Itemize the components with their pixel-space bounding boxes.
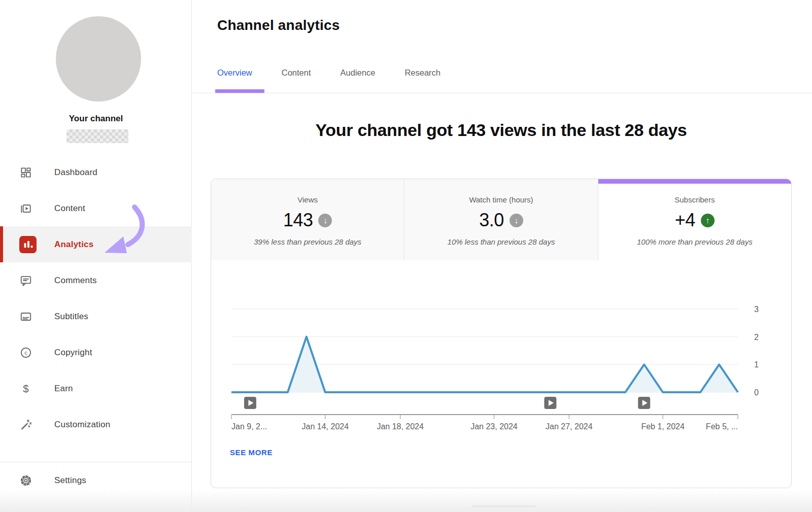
sidebar-item-comments[interactable]: Comments [0, 262, 192, 298]
stat-label: Views [211, 195, 404, 204]
your-channel-label: Your channel [0, 114, 192, 124]
sidebar-item-label: Earn [54, 384, 73, 394]
svg-text:Feb 5, ...: Feb 5, ... [706, 422, 738, 431]
sidebar: Your channel Dashboard Content Analytics [0, 0, 192, 512]
settings-icon [19, 474, 40, 487]
stat-value: 143 [283, 210, 313, 231]
stat-tab-watch-time[interactable]: Watch time (hours) 3.0 ↓ 10% less than p… [404, 179, 598, 260]
active-tab-underline [215, 89, 264, 93]
sidebar-item-label: Customization [54, 420, 110, 430]
sidebar-item-label: Settings [54, 475, 86, 486]
subtitles-icon [19, 310, 40, 323]
earn-icon: $ [19, 382, 40, 395]
stat-value: 3.0 [479, 210, 504, 231]
sidebar-item-label: Analytics [54, 240, 93, 250]
next-card-edge [472, 505, 536, 507]
analytics-icon [19, 236, 40, 253]
stat-label: Subscribers [598, 195, 791, 204]
sidebar-item-label: Content [54, 203, 85, 214]
svg-text:$: $ [23, 383, 29, 394]
svg-text:Jan 27, 2024: Jan 27, 2024 [546, 422, 593, 431]
sidebar-item-label: Copyright [54, 348, 92, 358]
analytics-tabs: Overview Content Audience Research [217, 68, 441, 78]
channel-avatar[interactable] [56, 16, 141, 101]
svg-text:Feb 1, 2024: Feb 1, 2024 [641, 422, 685, 431]
sidebar-item-label: Comments [54, 276, 97, 286]
stat-label: Watch time (hours) [404, 195, 597, 204]
svg-text:Jan 18, 2024: Jan 18, 2024 [377, 422, 424, 431]
tab-overview[interactable]: Overview [217, 68, 252, 78]
sidebar-item-subtitles[interactable]: Subtitles [0, 298, 192, 334]
tab-content[interactable]: Content [282, 68, 311, 78]
subscribers-line-chart[interactable]: 0123Jan 9, 2...Jan 14, 2024Jan 18, 2024J… [211, 260, 791, 458]
sidebar-item-customization[interactable]: Customization [0, 406, 192, 442]
sidebar-item-label: Dashboard [54, 167, 97, 178]
svg-text:0: 0 [754, 388, 759, 397]
svg-text:Jan 14, 2024: Jan 14, 2024 [302, 422, 349, 431]
copyright-icon: c [19, 346, 40, 359]
youtube-studio-analytics-page: Your channel Dashboard Content Analytics [0, 0, 812, 512]
analytics-overview-card: Views 143 ↓ 39% less than previous 28 da… [211, 179, 792, 488]
trend-down-badge: ↓ [510, 214, 523, 227]
sidebar-menu: Dashboard Content Analytics Comments [0, 154, 192, 442]
stat-delta: 39% less than previous 28 days [211, 237, 404, 246]
see-more-link[interactable]: SEE MORE [230, 448, 273, 457]
svg-text:Jan 23, 2024: Jan 23, 2024 [470, 422, 518, 431]
channel-name-redacted [66, 129, 128, 143]
comments-icon [19, 274, 40, 287]
stat-value: +4 [675, 210, 695, 231]
tabs-bottom-border [192, 93, 812, 93]
stat-tabs-row: Views 143 ↓ 39% less than previous 28 da… [211, 179, 791, 260]
svg-text:2: 2 [754, 333, 759, 342]
trend-down-badge: ↓ [318, 214, 332, 227]
dashboard-icon [19, 166, 40, 179]
sidebar-item-settings[interactable]: Settings [0, 462, 192, 498]
sidebar-item-dashboard[interactable]: Dashboard [0, 154, 192, 190]
headline: Your channel got 143 views in the last 2… [211, 120, 792, 140]
sidebar-item-copyright[interactable]: c Copyright [0, 334, 192, 370]
tab-research[interactable]: Research [404, 68, 441, 78]
sidebar-item-content[interactable]: Content [0, 190, 192, 226]
svg-text:c: c [24, 349, 27, 355]
stat-tab-views[interactable]: Views 143 ↓ 39% less than previous 28 da… [211, 179, 404, 260]
stat-tab-subscribers[interactable]: Subscribers +4 ↑ 100% more than previous… [598, 179, 791, 260]
stat-delta: 10% less than previous 28 days [404, 237, 597, 246]
customization-icon [19, 418, 40, 431]
svg-text:Jan 9, 2...: Jan 9, 2... [231, 422, 267, 431]
sidebar-item-analytics[interactable]: Analytics [0, 226, 192, 262]
tab-audience[interactable]: Audience [341, 68, 376, 78]
svg-text:3: 3 [754, 305, 759, 314]
svg-text:1: 1 [754, 360, 759, 369]
stat-delta: 100% more than previous 28 days [598, 237, 791, 246]
sidebar-item-earn[interactable]: $ Earn [0, 370, 192, 406]
page-title: Channel analytics [217, 17, 340, 33]
trend-up-badge: ↑ [701, 214, 715, 227]
sidebar-item-label: Subtitles [54, 312, 88, 322]
content-icon [19, 202, 40, 215]
